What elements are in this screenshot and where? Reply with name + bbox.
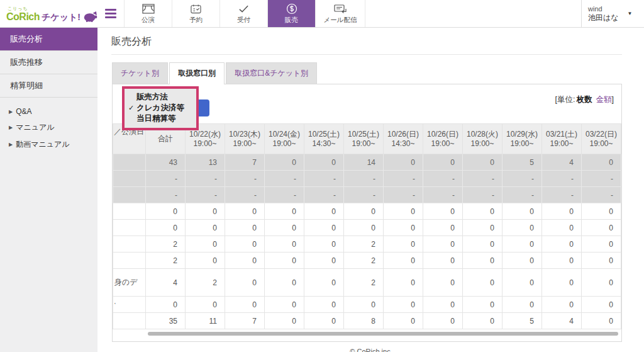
column-header: 10/29(水)19:00~: [502, 124, 542, 154]
table-horizontal-scrollbar[interactable]: [148, 332, 618, 336]
dropdown-item[interactable]: 販売方法: [128, 92, 186, 103]
unit-suffix: ]: [612, 95, 614, 104]
dollar-icon: [286, 3, 297, 14]
cell: 0: [423, 236, 463, 253]
cell: 7: [225, 154, 265, 171]
cell: 0: [542, 297, 582, 313]
footer-copyright: © CoRich,inc.: [97, 348, 644, 352]
sidebar-item[interactable]: 販売推移: [0, 51, 97, 74]
cell: 0: [186, 220, 225, 236]
sidebar: 販売分析販売推移精算明細 ▶Q&A▶マニュアル▶動画マニュアル: [0, 28, 97, 352]
cell: 11: [186, 313, 225, 329]
unit-option-count[interactable]: 枚数: [577, 95, 592, 104]
hamburger-menu-icon[interactable]: [97, 0, 124, 27]
cell: 0: [384, 253, 423, 269]
cell: 2: [186, 269, 225, 297]
cell: 5: [502, 154, 542, 171]
cell: 0: [542, 269, 582, 297]
nav-item-koen[interactable]: 公演: [124, 0, 172, 27]
cell: 0: [463, 253, 502, 269]
cell: -: [463, 171, 502, 187]
cell: 0: [582, 313, 621, 329]
cell: 0: [384, 220, 423, 236]
cell: -: [186, 187, 225, 203]
cell: 0: [542, 220, 582, 236]
cell: 0: [384, 203, 423, 220]
unit-selector: [単位:枚数金額]: [555, 94, 614, 105]
cell: 0: [304, 220, 344, 236]
user-name: 池田はな: [588, 13, 619, 23]
cell: 0: [304, 269, 344, 297]
main-nav: 公演予約受付販売メール配信: [124, 0, 365, 27]
cell: -: [542, 171, 582, 187]
cell: 2: [146, 236, 186, 253]
cell: 0: [304, 253, 344, 269]
dropdown-item[interactable]: ✓クレカ決済等: [128, 103, 186, 113]
nav-label: 公演: [142, 16, 155, 25]
cell: -: [384, 171, 423, 187]
row-label: [113, 313, 146, 329]
tab[interactable]: 取扱窓口&チケット別: [226, 62, 317, 84]
cell: 0: [304, 203, 344, 220]
cell: 0: [265, 236, 304, 253]
cell: 0: [463, 220, 502, 236]
row-label: [113, 203, 146, 220]
nav-item-mail[interactable]: メール配信: [315, 0, 365, 27]
sidebar-item[interactable]: 精算明細: [0, 74, 97, 98]
cell: 2: [344, 236, 384, 253]
nav-label: 販売: [285, 16, 298, 25]
user-menu[interactable]: wind 池田はな ▼: [581, 0, 644, 27]
cell: 0: [463, 297, 502, 313]
cell: 0: [542, 236, 582, 253]
tab[interactable]: チケット別: [112, 62, 168, 84]
sales-method-dropdown: 販売方法✓クレカ決済等当日精算等: [122, 86, 199, 130]
dropdown-item[interactable]: 当日精算等: [128, 113, 186, 124]
cell: 0: [423, 269, 463, 297]
cell: -: [304, 171, 344, 187]
table-row: 000000000000: [113, 203, 621, 220]
cell: 0: [582, 269, 621, 297]
nav-item-hanbai[interactable]: 販売: [267, 0, 315, 27]
cell: 0: [304, 154, 344, 171]
nav-item-yoyaku[interactable]: 予約: [172, 0, 219, 27]
column-header: 10/24(金)19:00~: [265, 124, 304, 154]
unit-option-amount[interactable]: 金額: [596, 95, 612, 104]
nav-item-uketsuke[interactable]: 受付: [219, 0, 267, 27]
cell: 0: [463, 203, 502, 220]
cell: -: [146, 187, 186, 203]
cell: 0: [186, 253, 225, 269]
main-content: 販売分析 チケット別取扱窓口別取扱窓口&チケット別 販売方法✓クレカ決済等当日精…: [97, 28, 644, 352]
sidebar-link[interactable]: ▶マニュアル: [9, 119, 89, 136]
triangle-right-icon: ▶: [9, 142, 13, 147]
sidebar-link[interactable]: ▶Q&A: [9, 104, 89, 119]
column-header: 03/22(日)19:00~: [582, 124, 621, 154]
table-row: 35117008000540: [113, 313, 621, 329]
cell: 0: [502, 253, 542, 269]
check-icon: ✓: [128, 103, 136, 113]
row-label: [113, 236, 146, 253]
nav-label: メール配信: [324, 16, 357, 25]
user-org: wind: [588, 4, 619, 13]
cell: 0: [582, 236, 621, 253]
cell: 0: [186, 236, 225, 253]
cell: 0: [225, 236, 265, 253]
unit-prefix: [単位:: [555, 95, 575, 104]
cell: 0: [423, 253, 463, 269]
cell: 0: [502, 269, 542, 297]
cell: 0: [582, 203, 621, 220]
calendar-icon: [191, 3, 201, 14]
pig-mascot-icon: [84, 11, 97, 22]
sidebar-link[interactable]: ▶動画マニュアル: [9, 136, 89, 153]
panel-head: 販売方法✓クレカ決済等当日精算等 [単位:枚数金額]: [113, 84, 621, 123]
cell: 0: [146, 297, 186, 313]
cell: 0: [344, 203, 384, 220]
cell: -: [542, 187, 582, 203]
tab[interactable]: 取扱窓口別: [169, 62, 225, 84]
sidebar-item[interactable]: 販売分析: [0, 28, 97, 51]
cell: 0: [265, 313, 304, 329]
triangle-right-icon: ▶: [9, 109, 13, 115]
cell: 0: [225, 297, 265, 313]
cell: 8: [344, 313, 384, 329]
cell: 0: [186, 297, 225, 313]
logo[interactable]: こりっち CoRich チケット!: [0, 0, 97, 27]
